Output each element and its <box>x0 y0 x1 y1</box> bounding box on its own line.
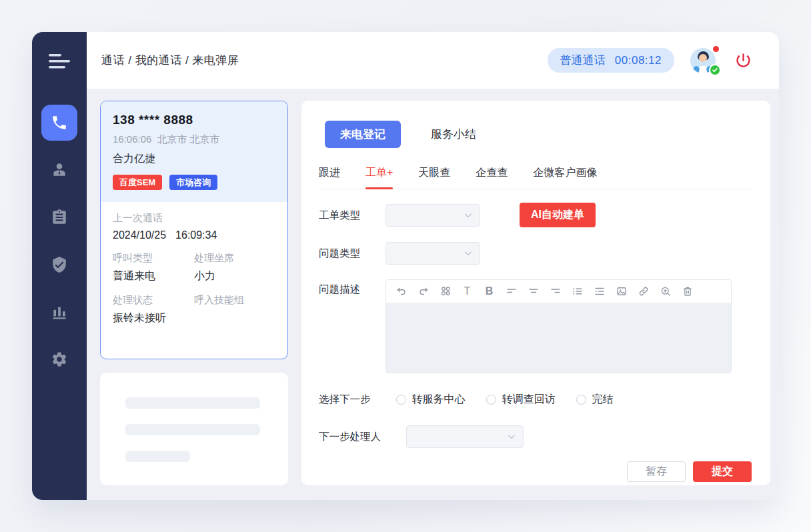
contacts-icon <box>51 161 68 179</box>
agent-field-value: 小力 <box>194 269 275 283</box>
call-type-label: 普通通话 <box>560 53 606 68</box>
insert-link-icon[interactable] <box>632 284 654 299</box>
last-call-label: 上一次通话 <box>113 212 275 225</box>
sub-tabs: 跟进 工单+ 天眼查 企查查 企微客户画像 <box>319 166 752 189</box>
skeleton-bar <box>125 451 190 462</box>
zoom-in-icon[interactable] <box>654 284 676 299</box>
phone-icon <box>51 114 68 131</box>
sidebar-item-calls[interactable] <box>41 105 77 141</box>
call-location: 北京市 北京市 <box>157 133 219 146</box>
power-logout-icon[interactable] <box>734 51 752 69</box>
issue-desc-row: 问题描述 T B <box>319 279 752 373</box>
sidebar-item-tasks[interactable] <box>41 199 77 235</box>
undo-icon[interactable] <box>390 284 412 299</box>
sidebar-nav <box>41 105 77 389</box>
next-step-options: 转服务中心 转调查回访 完结 <box>396 388 614 411</box>
chevron-down-icon <box>464 211 473 220</box>
sidebar-item-contacts[interactable] <box>41 152 77 188</box>
issue-type-label: 问题类型 <box>319 242 360 265</box>
call-meta: 16:06:06 北京市 北京市 <box>113 133 275 146</box>
left-column: 138 **** 8888 16:06:06 北京市 北京市 合力亿捷 百度SE… <box>100 101 288 485</box>
bullet-list-icon[interactable] <box>566 284 588 299</box>
skeleton-bar <box>125 424 260 435</box>
last-call-time: 16:09:34 <box>175 229 217 241</box>
blocks-grid-icon[interactable] <box>434 284 456 299</box>
trash-icon[interactable] <box>676 284 698 299</box>
primary-tabs: 来电登记 服务小结 <box>325 121 752 148</box>
radio-transfer-service-center[interactable]: 转服务中心 <box>396 388 466 411</box>
sidebar-item-security[interactable] <box>41 247 77 283</box>
online-check-badge <box>709 64 721 76</box>
chevron-down-icon <box>464 249 473 258</box>
ticket-type-label: 工单类型 <box>319 204 360 227</box>
ticket-type-row: 工单类型 AI自动建单 <box>319 203 752 227</box>
status-field-value: 振铃未接听 <box>113 311 194 325</box>
insert-image-icon[interactable] <box>610 284 632 299</box>
call-type-field-value: 普通来电 <box>113 269 194 283</box>
subtab-wecom-profile[interactable]: 企微客户画像 <box>533 166 597 180</box>
call-timer: 00:08:12 <box>615 54 662 67</box>
next-handler-row: 下一步处理人 <box>319 425 752 448</box>
save-draft-button[interactable]: 暂存 <box>627 461 686 482</box>
sidebar-item-settings[interactable] <box>41 341 77 377</box>
subtab-tianyancha[interactable]: 天眼查 <box>418 166 450 180</box>
rich-text-editor: T B <box>385 279 732 373</box>
text-format-icon[interactable]: T <box>456 284 478 299</box>
issue-description-input[interactable] <box>386 303 731 373</box>
header-right-group: 普通通话 00:08:12 <box>548 47 752 75</box>
main-content: 138 **** 8888 16:06:06 北京市 北京市 合力亿捷 百度SE… <box>87 89 779 500</box>
next-handler-label: 下一步处理人 <box>319 425 381 448</box>
next-step-row: 选择下一步 转服务中心 转调查回访 完结 <box>319 388 752 411</box>
last-call-date: 2024/10/25 <box>113 229 166 241</box>
subtab-work-order[interactable]: 工单+ <box>365 166 393 180</box>
incoming-call-card: 138 **** 8888 16:06:06 北京市 北京市 合力亿捷 百度SE… <box>100 101 288 359</box>
sidebar <box>32 32 87 500</box>
radio-transfer-survey-callback[interactable]: 转调查回访 <box>486 388 556 411</box>
app-window: 通话 / 我的通话 / 来电弹屏 普通通话 00:08:12 <box>32 32 779 500</box>
call-card-header: 138 **** 8888 16:06:06 北京市 北京市 合力亿捷 百度SE… <box>101 101 287 202</box>
call-time: 16:06:06 <box>113 133 151 146</box>
form-actions: 暂存 提交 <box>319 448 752 482</box>
bold-icon[interactable]: B <box>478 284 500 299</box>
radio-circle-icon <box>486 395 496 405</box>
call-registration-panel: 来电登记 服务小结 跟进 工单+ 天眼查 企查查 企微客户画像 工单类型 AI自… <box>301 101 770 485</box>
tag-baidu-sem: 百度SEM <box>113 175 162 190</box>
subtab-follow-up[interactable]: 跟进 <box>319 166 340 180</box>
align-left-icon[interactable] <box>500 284 522 299</box>
radio-circle-icon <box>396 395 406 405</box>
menu-toggle-icon[interactable] <box>49 54 70 69</box>
call-card-details: 上一次通话 2024/10/2516:09:34 呼叫类型 普通来电 处理坐席 … <box>101 202 287 335</box>
chevron-down-icon <box>507 432 516 441</box>
indent-icon[interactable] <box>588 284 610 299</box>
ticket-type-select[interactable] <box>385 204 480 227</box>
issue-desc-label: 问题描述 <box>319 279 360 299</box>
submit-button[interactable]: 提交 <box>693 461 752 482</box>
align-right-icon[interactable] <box>544 284 566 299</box>
tab-service-summary[interactable]: 服务小结 <box>431 127 476 142</box>
next-handler-select[interactable] <box>406 425 524 448</box>
security-shield-icon <box>51 256 68 273</box>
ai-auto-create-button[interactable]: AI自动建单 <box>520 203 596 227</box>
next-step-label: 选择下一步 <box>319 388 371 411</box>
radio-circle-icon <box>576 395 586 405</box>
issue-type-select[interactable] <box>385 242 480 265</box>
breadcrumb[interactable]: 通话 / 我的通话 / 来电弹屏 <box>101 53 239 68</box>
redo-icon[interactable] <box>412 284 434 299</box>
editor-toolbar: T B <box>386 280 731 303</box>
last-call-value: 2024/10/2516:09:34 <box>113 229 275 241</box>
call-type-field-label: 呼叫类型 <box>113 252 194 265</box>
skill-group-field-label: 呼入技能组 <box>194 294 275 307</box>
subtab-qichacha[interactable]: 企查查 <box>476 166 508 180</box>
call-fields-row-1: 呼叫类型 普通来电 处理坐席 小力 <box>113 252 275 283</box>
agent-field-label: 处理坐席 <box>194 252 275 265</box>
loading-placeholder-card <box>100 373 288 485</box>
notification-dot <box>713 46 719 52</box>
avatar[interactable] <box>690 47 718 75</box>
align-center-icon[interactable] <box>522 284 544 299</box>
reports-chart-icon <box>51 303 68 321</box>
sidebar-item-reports[interactable] <box>41 294 77 330</box>
status-field-label: 处理状态 <box>113 294 194 307</box>
radio-complete[interactable]: 完结 <box>576 388 614 411</box>
settings-gear-icon <box>51 351 68 368</box>
tab-call-registration[interactable]: 来电登记 <box>325 121 401 148</box>
